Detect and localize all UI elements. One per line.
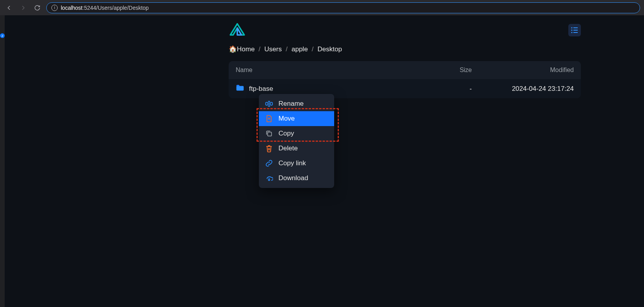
table-header: Name Size Modified bbox=[229, 61, 581, 79]
breadcrumb-separator: / bbox=[258, 45, 260, 53]
breadcrumb-item[interactable]: apple bbox=[291, 45, 308, 53]
menu-label: Copy bbox=[278, 130, 294, 137]
menu-label: Rename bbox=[278, 100, 304, 108]
download-icon bbox=[265, 174, 273, 182]
site-info-icon[interactable]: i bbox=[51, 5, 58, 11]
back-button[interactable] bbox=[4, 3, 14, 13]
menu-label: Download bbox=[278, 174, 308, 182]
menu-label: Move bbox=[278, 115, 295, 123]
url-text: localhost:5244/Users/apple/Desktop bbox=[61, 5, 149, 11]
breadcrumb-separator: / bbox=[286, 45, 288, 53]
menu-copy[interactable]: Copy bbox=[259, 126, 334, 141]
breadcrumb-item[interactable]: Desktop bbox=[318, 45, 342, 53]
rail-icon[interactable] bbox=[0, 19, 4, 23]
svg-rect-8 bbox=[270, 102, 272, 105]
svg-rect-3 bbox=[573, 30, 578, 31]
menu-download[interactable]: Download bbox=[259, 171, 334, 186]
address-bar[interactable]: i localhost:5244/Users/apple/Desktop bbox=[46, 2, 640, 13]
view-list-button[interactable] bbox=[568, 24, 581, 36]
svg-rect-7 bbox=[266, 102, 267, 105]
column-size[interactable]: Size bbox=[409, 67, 472, 74]
menu-rename[interactable]: Rename bbox=[259, 96, 334, 111]
forward-button[interactable] bbox=[18, 3, 28, 13]
copy-icon bbox=[265, 130, 273, 137]
menu-delete[interactable]: Delete bbox=[259, 141, 334, 156]
svg-rect-5 bbox=[573, 32, 578, 33]
folder-icon bbox=[236, 84, 244, 94]
rename-icon bbox=[265, 100, 273, 108]
move-icon bbox=[265, 115, 273, 123]
file-size: - bbox=[409, 85, 472, 93]
link-icon bbox=[265, 159, 273, 167]
reload-button[interactable] bbox=[32, 3, 42, 13]
svg-rect-9 bbox=[267, 132, 271, 136]
svg-point-0 bbox=[571, 27, 572, 28]
browser-toolbar: i localhost:5244/Users/apple/Desktop bbox=[0, 0, 644, 15]
svg-point-2 bbox=[571, 29, 572, 31]
breadcrumb-separator: / bbox=[312, 45, 314, 53]
file-table: Name Size Modified ftp-base - 2024-04-24… bbox=[229, 61, 581, 98]
svg-point-4 bbox=[571, 32, 572, 33]
menu-move[interactable]: Move bbox=[259, 111, 334, 126]
context-menu: Rename Move Copy Delete Copy link Downlo… bbox=[259, 94, 334, 188]
breadcrumb: 🏠Home / Users / apple / Desktop bbox=[229, 45, 581, 53]
app-logo[interactable] bbox=[229, 23, 246, 37]
svg-rect-6 bbox=[236, 86, 244, 90]
file-modified: 2024-04-24 23:17:24 bbox=[472, 85, 574, 93]
left-rail: 2 bbox=[0, 15, 5, 307]
breadcrumb-home[interactable]: 🏠Home bbox=[229, 45, 255, 53]
column-name[interactable]: Name bbox=[236, 67, 409, 74]
breadcrumb-item[interactable]: Users bbox=[264, 45, 282, 53]
delete-icon bbox=[265, 144, 273, 152]
rail-badge[interactable]: 2 bbox=[0, 33, 5, 38]
file-name: ftp-base bbox=[249, 85, 273, 93]
menu-label: Copy link bbox=[278, 159, 306, 167]
menu-copy-link[interactable]: Copy link bbox=[259, 156, 334, 171]
svg-rect-1 bbox=[573, 27, 578, 28]
column-modified[interactable]: Modified bbox=[472, 67, 574, 74]
menu-label: Delete bbox=[278, 144, 298, 152]
